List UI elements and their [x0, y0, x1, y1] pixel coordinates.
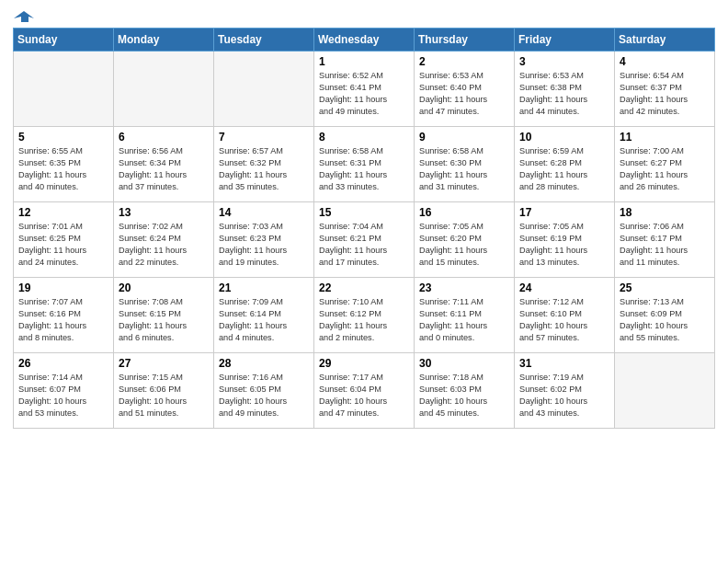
calendar-cell: 3Sunrise: 6:53 AMSunset: 6:38 PMDaylight… — [515, 52, 615, 127]
calendar-header-row: SundayMondayTuesdayWednesdayThursdayFrid… — [14, 29, 715, 52]
cell-content: Sunrise: 6:55 AMSunset: 6:35 PMDaylight:… — [18, 145, 108, 193]
header — [13, 9, 715, 20]
cell-content: Sunrise: 7:02 AMSunset: 6:24 PMDaylight:… — [119, 221, 209, 269]
cell-content: Sunrise: 7:11 AMSunset: 6:11 PMDaylight:… — [419, 296, 509, 344]
calendar-week-2: 5Sunrise: 6:55 AMSunset: 6:35 PMDaylight… — [14, 127, 715, 202]
day-number: 15 — [319, 206, 409, 219]
day-header-thursday: Thursday — [415, 29, 515, 52]
cell-content: Sunrise: 7:19 AMSunset: 6:02 PMDaylight:… — [519, 372, 609, 419]
calendar-cell — [214, 52, 314, 127]
day-number: 10 — [519, 131, 609, 144]
day-number: 9 — [419, 131, 509, 144]
day-header-monday: Monday — [114, 29, 214, 52]
cell-content: Sunrise: 6:54 AMSunset: 6:37 PMDaylight:… — [620, 70, 710, 118]
day-number: 14 — [219, 206, 309, 219]
day-number: 2 — [419, 55, 509, 68]
cell-content: Sunrise: 7:05 AMSunset: 6:19 PMDaylight:… — [519, 221, 609, 269]
cell-content: Sunrise: 7:04 AMSunset: 6:21 PMDaylight:… — [319, 221, 409, 269]
calendar-cell: 21Sunrise: 7:09 AMSunset: 6:14 PMDayligh… — [214, 278, 314, 353]
cell-content: Sunrise: 6:59 AMSunset: 6:28 PMDaylight:… — [519, 145, 609, 193]
day-number: 18 — [620, 206, 710, 219]
calendar-cell: 13Sunrise: 7:02 AMSunset: 6:24 PMDayligh… — [114, 202, 214, 278]
day-number: 13 — [119, 206, 209, 219]
calendar-week-4: 19Sunrise: 7:07 AMSunset: 6:16 PMDayligh… — [14, 278, 715, 353]
day-number: 24 — [519, 282, 609, 294]
cell-content: Sunrise: 7:13 AMSunset: 6:09 PMDaylight:… — [620, 296, 710, 344]
calendar-cell: 1Sunrise: 6:52 AMSunset: 6:41 PMDaylight… — [314, 52, 415, 127]
cell-content: Sunrise: 7:00 AMSunset: 6:27 PMDaylight:… — [620, 145, 710, 193]
calendar-cell: 17Sunrise: 7:05 AMSunset: 6:19 PMDayligh… — [515, 202, 615, 278]
logo-bird-icon — [14, 9, 34, 24]
calendar-cell — [14, 52, 114, 127]
cell-content: Sunrise: 6:57 AMSunset: 6:32 PMDaylight:… — [219, 145, 309, 193]
calendar-cell: 30Sunrise: 7:18 AMSunset: 6:03 PMDayligh… — [415, 353, 515, 429]
calendar-cell: 7Sunrise: 6:57 AMSunset: 6:32 PMDaylight… — [214, 127, 314, 202]
day-number: 22 — [319, 282, 409, 294]
day-number: 3 — [519, 55, 609, 68]
cell-content: Sunrise: 7:01 AMSunset: 6:25 PMDaylight:… — [18, 221, 108, 269]
calendar-cell: 24Sunrise: 7:12 AMSunset: 6:10 PMDayligh… — [515, 278, 615, 353]
calendar-cell: 9Sunrise: 6:58 AMSunset: 6:30 PMDaylight… — [415, 127, 515, 202]
calendar-cell: 4Sunrise: 6:54 AMSunset: 6:37 PMDaylight… — [615, 52, 715, 127]
calendar-cell: 8Sunrise: 6:58 AMSunset: 6:31 PMDaylight… — [314, 127, 415, 202]
page: SundayMondayTuesdayWednesdayThursdayFrid… — [0, 0, 728, 563]
cell-content: Sunrise: 7:14 AMSunset: 6:07 PMDaylight:… — [18, 372, 108, 419]
day-header-tuesday: Tuesday — [214, 29, 314, 52]
cell-content: Sunrise: 7:17 AMSunset: 6:04 PMDaylight:… — [319, 372, 409, 419]
day-number: 31 — [519, 357, 609, 370]
day-number: 8 — [319, 131, 409, 144]
calendar-week-5: 26Sunrise: 7:14 AMSunset: 6:07 PMDayligh… — [14, 353, 715, 429]
cell-content: Sunrise: 7:10 AMSunset: 6:12 PMDaylight:… — [319, 296, 409, 344]
calendar-cell: 11Sunrise: 7:00 AMSunset: 6:27 PMDayligh… — [615, 127, 715, 202]
day-number: 5 — [18, 131, 108, 144]
calendar-cell: 23Sunrise: 7:11 AMSunset: 6:11 PMDayligh… — [415, 278, 515, 353]
day-number: 16 — [419, 206, 509, 219]
day-number: 11 — [620, 131, 710, 144]
calendar-cell: 25Sunrise: 7:13 AMSunset: 6:09 PMDayligh… — [615, 278, 715, 353]
day-header-wednesday: Wednesday — [314, 29, 415, 52]
calendar-table: SundayMondayTuesdayWednesdayThursdayFrid… — [13, 28, 715, 429]
day-number: 1 — [319, 55, 409, 68]
cell-content: Sunrise: 7:18 AMSunset: 6:03 PMDaylight:… — [419, 372, 509, 419]
calendar-week-3: 12Sunrise: 7:01 AMSunset: 6:25 PMDayligh… — [14, 202, 715, 278]
calendar-cell: 18Sunrise: 7:06 AMSunset: 6:17 PMDayligh… — [615, 202, 715, 278]
svg-marker-0 — [14, 11, 34, 22]
cell-content: Sunrise: 7:15 AMSunset: 6:06 PMDaylight:… — [119, 372, 209, 419]
calendar-cell: 2Sunrise: 6:53 AMSunset: 6:40 PMDaylight… — [415, 52, 515, 127]
calendar-cell: 28Sunrise: 7:16 AMSunset: 6:05 PMDayligh… — [214, 353, 314, 429]
calendar-cell: 16Sunrise: 7:05 AMSunset: 6:20 PMDayligh… — [415, 202, 515, 278]
cell-content: Sunrise: 7:07 AMSunset: 6:16 PMDaylight:… — [18, 296, 108, 344]
calendar-cell: 6Sunrise: 6:56 AMSunset: 6:34 PMDaylight… — [114, 127, 214, 202]
cell-content: Sunrise: 7:03 AMSunset: 6:23 PMDaylight:… — [219, 221, 309, 269]
day-number: 25 — [620, 282, 710, 294]
cell-content: Sunrise: 7:09 AMSunset: 6:14 PMDaylight:… — [219, 296, 309, 344]
cell-content: Sunrise: 7:16 AMSunset: 6:05 PMDaylight:… — [219, 372, 309, 419]
cell-content: Sunrise: 7:05 AMSunset: 6:20 PMDaylight:… — [419, 221, 509, 269]
calendar-cell: 19Sunrise: 7:07 AMSunset: 6:16 PMDayligh… — [14, 278, 114, 353]
calendar-cell: 31Sunrise: 7:19 AMSunset: 6:02 PMDayligh… — [515, 353, 615, 429]
day-number: 6 — [119, 131, 209, 144]
day-number: 30 — [419, 357, 509, 370]
calendar-cell: 29Sunrise: 7:17 AMSunset: 6:04 PMDayligh… — [314, 353, 415, 429]
calendar-cell — [615, 353, 715, 429]
day-number: 19 — [18, 282, 108, 294]
cell-content: Sunrise: 7:06 AMSunset: 6:17 PMDaylight:… — [620, 221, 710, 269]
day-number: 4 — [620, 55, 710, 68]
day-number: 17 — [519, 206, 609, 219]
calendar-cell: 10Sunrise: 6:59 AMSunset: 6:28 PMDayligh… — [515, 127, 615, 202]
cell-content: Sunrise: 6:52 AMSunset: 6:41 PMDaylight:… — [319, 70, 409, 118]
cell-content: Sunrise: 6:53 AMSunset: 6:38 PMDaylight:… — [519, 70, 609, 118]
day-number: 28 — [219, 357, 309, 370]
calendar-cell: 15Sunrise: 7:04 AMSunset: 6:21 PMDayligh… — [314, 202, 415, 278]
calendar-cell: 5Sunrise: 6:55 AMSunset: 6:35 PMDaylight… — [14, 127, 114, 202]
calendar-cell — [114, 52, 214, 127]
day-number: 26 — [18, 357, 108, 370]
day-header-friday: Friday — [515, 29, 615, 52]
day-number: 27 — [119, 357, 209, 370]
day-number: 12 — [18, 206, 108, 219]
calendar-cell: 26Sunrise: 7:14 AMSunset: 6:07 PMDayligh… — [14, 353, 114, 429]
cell-content: Sunrise: 7:12 AMSunset: 6:10 PMDaylight:… — [519, 296, 609, 344]
day-header-sunday: Sunday — [14, 29, 114, 52]
day-number: 20 — [119, 282, 209, 294]
cell-content: Sunrise: 6:58 AMSunset: 6:31 PMDaylight:… — [319, 145, 409, 193]
